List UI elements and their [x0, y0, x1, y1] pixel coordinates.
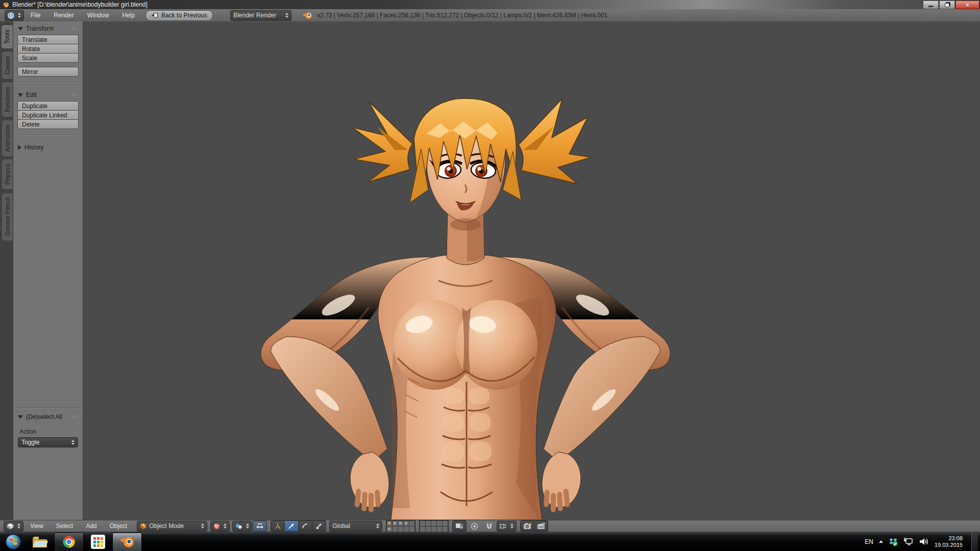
shading-sphere-icon	[213, 523, 220, 530]
restore-icon	[945, 3, 949, 7]
spinner-arrows	[376, 523, 379, 529]
snap-element-select[interactable]	[497, 521, 517, 532]
language-indicator[interactable]: EN	[865, 538, 873, 545]
volume-tray-icon[interactable]	[919, 537, 929, 546]
delete-button[interactable]: Delete	[17, 119, 79, 129]
minimize-icon	[928, 6, 933, 7]
collapse-arrow-icon	[18, 27, 23, 31]
action-select[interactable]: Toggle	[18, 437, 78, 447]
proportional-circle-icon	[471, 522, 478, 530]
taskbar-explorer-button[interactable]	[27, 532, 53, 551]
file-explorer-icon	[32, 535, 48, 549]
translate-manipulator-button[interactable]	[285, 520, 299, 532]
panel-grip[interactable]	[72, 93, 79, 97]
taskbar-apps-button[interactable]	[85, 532, 111, 551]
render-engine-select[interactable]: Blender Render	[230, 10, 291, 21]
collapse-arrow-icon	[18, 145, 21, 150]
spinner-arrows	[510, 523, 513, 529]
layer-grid-1[interactable]	[386, 520, 415, 533]
network-tray-icon[interactable]	[903, 537, 914, 546]
duplicate-linked-button[interactable]: Duplicate Linked	[17, 110, 79, 120]
transform-panel-header[interactable]: Transform	[13, 21, 83, 35]
magnet-icon	[485, 522, 493, 530]
layer-grid-2[interactable]	[419, 520, 449, 533]
menu-help[interactable]: Help	[115, 12, 141, 19]
transform-orientation-select[interactable]: Global	[329, 521, 382, 532]
pivot-median-icon	[235, 523, 242, 530]
manipulator-toggle[interactable]	[271, 520, 285, 532]
return-arrow-icon	[151, 13, 158, 18]
mode-select[interactable]: Object Mode	[137, 521, 207, 532]
tab-grease-pencil[interactable]: Grease Pencil	[2, 192, 13, 241]
move-arrow-icon	[288, 522, 295, 530]
close-icon: x	[966, 2, 969, 8]
collapse-arrow-icon	[18, 415, 23, 419]
scale-manipulator-button[interactable]	[312, 520, 326, 532]
scene-statistics: v2.73 | Verts:257,166 | Faces:256,136 | …	[317, 12, 607, 19]
editor-type-select[interactable]	[5, 10, 24, 21]
render-animation-button[interactable]	[534, 520, 548, 532]
menu-add[interactable]: Add	[80, 522, 103, 530]
taskbar-blender-button[interactable]	[112, 533, 142, 551]
spinner-arrows	[17, 523, 20, 529]
blender-app-icon	[3, 2, 9, 8]
layers-widget[interactable]	[386, 520, 449, 533]
duplicate-button[interactable]: Duplicate	[17, 101, 79, 111]
menu-window[interactable]: Window	[81, 12, 116, 19]
spinner-arrows	[285, 13, 288, 18]
axis-icon	[274, 522, 281, 530]
tool-shelf: Transform Translate Rotate Scale Mirror …	[13, 21, 83, 520]
snap-target-icon	[500, 523, 507, 530]
tab-physics[interactable]: Physics	[2, 159, 13, 190]
menu-file[interactable]: File	[24, 12, 47, 19]
edit-panel-header[interactable]: Edit	[13, 88, 83, 101]
snap-toggle-button[interactable]	[482, 520, 496, 532]
tab-create[interactable]: Create	[2, 51, 13, 80]
blender-logo-icon	[302, 11, 313, 20]
centers-arrows-icon	[256, 522, 264, 530]
clock-date: 19.03.2015	[935, 542, 963, 548]
deselect-panel-header[interactable]: (De)select All	[13, 410, 83, 423]
manipulate-centers-toggle[interactable]	[253, 520, 267, 532]
3d-viewport[interactable]	[83, 21, 980, 520]
pivot-point-select[interactable]	[232, 521, 252, 532]
mirror-button[interactable]: Mirror	[17, 67, 79, 77]
history-panel-header[interactable]: History	[13, 140, 83, 154]
rotate-manipulator-button[interactable]	[299, 520, 312, 532]
dropbox-tray-icon[interactable]	[889, 537, 898, 546]
rotate-button[interactable]: Rotate	[17, 44, 79, 54]
taskbar-clock[interactable]: 23:08 19.03.2015	[935, 535, 966, 548]
collapse-arrow-icon	[18, 93, 23, 97]
lock-to-scene-select[interactable]	[452, 520, 467, 532]
panel-grip[interactable]	[72, 415, 79, 419]
tab-animation[interactable]: Animation	[2, 119, 13, 157]
start-button[interactable]	[0, 532, 27, 551]
close-button[interactable]: x	[955, 1, 979, 9]
viewport-editor-type-select[interactable]	[4, 521, 23, 532]
proportional-edit-button[interactable]	[467, 520, 481, 532]
clock-time: 23:08	[935, 535, 963, 542]
clapperboard-icon	[537, 522, 546, 530]
minimize-button[interactable]	[923, 1, 939, 9]
rotate-arc-icon	[302, 522, 309, 530]
menu-object[interactable]: Object	[104, 522, 134, 530]
back-to-previous-button[interactable]: Back to Previous	[145, 10, 213, 21]
render-still-button[interactable]	[520, 520, 534, 532]
render-camera-icon	[523, 522, 532, 530]
menu-render[interactable]: Render	[47, 12, 80, 19]
hidden-icons-arrow[interactable]	[879, 540, 883, 543]
tab-relations[interactable]: Relations	[2, 82, 13, 117]
show-desktop-button[interactable]	[971, 532, 978, 551]
menu-view[interactable]: View	[24, 522, 50, 530]
taskbar-chrome-button[interactable]	[54, 533, 84, 551]
scale-button[interactable]: Scale	[17, 53, 79, 63]
window-title: Blender* [D:\blender\anime\bodybuilder g…	[12, 1, 148, 8]
title-bar: Blender* [D:\blender\anime\bodybuilder g…	[0, 0, 980, 9]
panel-grip[interactable]	[72, 27, 79, 31]
translate-button[interactable]: Translate	[17, 35, 79, 44]
menu-select[interactable]: Select	[50, 522, 79, 530]
viewport-shading-select[interactable]	[210, 521, 230, 532]
restore-button[interactable]	[939, 1, 955, 9]
3d-view-icon	[7, 523, 14, 530]
tab-tools[interactable]: Tools	[2, 24, 13, 49]
